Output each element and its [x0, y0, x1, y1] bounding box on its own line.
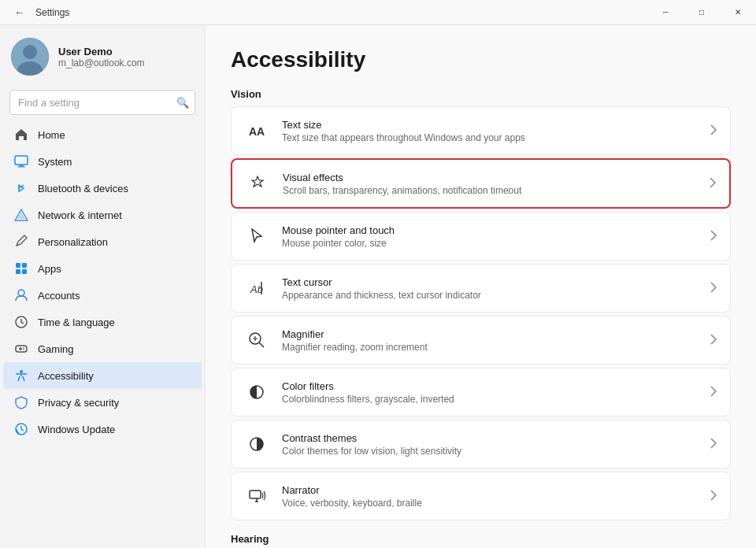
time-icon: [14, 315, 28, 329]
section-title-hearing: Hearing: [231, 533, 731, 545]
sidebar-item-time[interactable]: Time & language: [3, 309, 202, 335]
close-button[interactable]: ✕: [720, 0, 756, 25]
sidebar-item-label-system: System: [38, 156, 72, 168]
settings-row-title-text-cursor: Text cursor: [282, 276, 697, 288]
settings-row-title-text-size: Text size: [282, 119, 697, 131]
app-container: User Demo m_lab@outlook.com 🔍 HomeSystem…: [0, 25, 756, 548]
chevron-icon-mouse-pointer: [710, 229, 717, 244]
chevron-icon-text-cursor: [710, 281, 717, 296]
sidebar-item-system[interactable]: System: [3, 148, 202, 175]
personalization-icon: [14, 235, 28, 249]
network-icon: [14, 208, 28, 222]
sidebar-item-label-time: Time & language: [38, 317, 115, 328]
section-title-vision: Vision: [231, 88, 731, 100]
svg-point-1: [23, 45, 37, 59]
chevron-icon-color-filters: [710, 385, 717, 400]
back-button[interactable]: ←: [9, 3, 29, 21]
settings-row-desc-contrast-themes: Color themes for low vision, light sensi…: [282, 446, 697, 457]
user-info: User Demo m_lab@outlook.com: [58, 46, 145, 68]
settings-row-magnifier[interactable]: MagnifierMagnifier reading, zoom increme…: [232, 317, 730, 364]
titlebar-title: Settings: [35, 7, 69, 18]
settings-row-contrast-themes[interactable]: Contrast themesColor themes for low visi…: [232, 420, 730, 468]
titlebar: ← Settings ─ □ ✕: [0, 0, 756, 25]
sidebar-item-label-update: Windows Update: [38, 424, 115, 435]
avatar: [11, 38, 49, 76]
settings-group-text-size: AAText sizeText size that appears throug…: [231, 106, 731, 155]
accounts-icon: [14, 288, 28, 302]
settings-row-mouse-pointer[interactable]: Mouse pointer and touchMouse pointer col…: [232, 213, 730, 260]
svg-line-23: [259, 342, 264, 347]
sidebar-item-label-bluetooth: Bluetooth & devices: [38, 183, 128, 194]
settings-row-icon-magnifier: [244, 328, 269, 353]
section-vision: VisionAAText sizeText size that appears …: [231, 88, 731, 520]
settings-row-icon-contrast-themes: [244, 431, 269, 457]
settings-group-magnifier: MagnifierMagnifier reading, zoom increme…: [231, 316, 731, 365]
sidebar: User Demo m_lab@outlook.com 🔍 HomeSystem…: [0, 25, 205, 548]
settings-row-title-contrast-themes: Contrast themes: [282, 432, 697, 444]
page-title: Accessibility: [231, 47, 731, 72]
svg-rect-9: [22, 263, 27, 268]
titlebar-left: ← Settings: [9, 3, 69, 21]
search-input[interactable]: [9, 90, 195, 115]
svg-rect-10: [16, 269, 20, 274]
user-profile[interactable]: User Demo m_lab@outlook.com: [0, 25, 205, 87]
sidebar-item-label-home: Home: [38, 129, 65, 141]
main-content: Accessibility VisionAAText sizeText size…: [205, 25, 756, 548]
apps-icon: [14, 261, 28, 276]
maximize-button[interactable]: □: [684, 0, 720, 25]
sidebar-item-label-privacy: Privacy & security: [38, 397, 119, 409]
sidebar-item-bluetooth[interactable]: Bluetooth & devices: [3, 175, 202, 202]
chevron-icon-magnifier: [710, 333, 717, 348]
section-hearing: HearingAudioMono audio, audio notificati…: [231, 533, 731, 548]
system-icon: [14, 154, 28, 168]
settings-row-text-cursor[interactable]: AbText cursorAppearance and thickness, t…: [232, 265, 730, 312]
sidebar-item-label-gaming: Gaming: [38, 343, 74, 355]
user-name: User Demo: [58, 46, 145, 57]
accessibility-icon: [14, 368, 28, 383]
sidebar-item-privacy[interactable]: Privacy & security: [3, 389, 202, 416]
svg-rect-4: [19, 165, 24, 167]
settings-row-desc-color-filters: Colorblindness filters, grayscale, inver…: [282, 394, 697, 405]
sidebar-item-accounts[interactable]: Accounts: [3, 282, 202, 309]
settings-group-color-filters: Color filtersColorblindness filters, gra…: [231, 368, 731, 417]
sidebar-item-update[interactable]: Windows Update: [3, 416, 202, 442]
sidebar-item-label-apps: Apps: [38, 263, 61, 275]
sidebar-item-network[interactable]: Network & internet: [3, 202, 202, 228]
sidebar-item-accessibility[interactable]: Accessibility: [3, 362, 202, 389]
svg-text:AA: AA: [249, 125, 265, 138]
settings-row-desc-narrator: Voice, verbosity, keyboard, braille: [282, 498, 697, 509]
sidebar-item-label-personalization: Personalization: [38, 236, 108, 248]
settings-group-text-cursor: AbText cursorAppearance and thickness, t…: [231, 264, 731, 313]
settings-row-icon-color-filters: [244, 380, 269, 405]
chevron-icon-visual-effects: [709, 176, 717, 191]
settings-row-desc-mouse-pointer: Mouse pointer color, size: [282, 238, 697, 249]
svg-point-17: [20, 370, 23, 373]
sidebar-item-personalization[interactable]: Personalization: [3, 228, 202, 255]
settings-row-visual-effects[interactable]: Visual effectsScroll bars, transparency,…: [232, 160, 729, 207]
svg-rect-5: [17, 167, 25, 168]
bluetooth-icon: [14, 181, 28, 195]
sidebar-item-apps[interactable]: Apps: [3, 255, 202, 282]
settings-row-color-filters[interactable]: Color filtersColorblindness filters, gra…: [232, 368, 730, 416]
svg-point-16: [23, 349, 24, 350]
user-email: m_lab@outlook.com: [58, 57, 145, 68]
search-box: 🔍: [9, 90, 195, 115]
sidebar-item-gaming[interactable]: Gaming: [3, 335, 202, 362]
update-icon: [14, 422, 28, 436]
sidebar-item-label-network: Network & internet: [38, 209, 122, 221]
settings-row-desc-text-size: Text size that appears throughout Window…: [282, 132, 697, 143]
titlebar-buttons: ─ □ ✕: [647, 0, 756, 25]
sidebar-item-home[interactable]: Home: [3, 121, 202, 148]
settings-row-icon-text-size: AA: [244, 118, 269, 143]
settings-row-narrator[interactable]: NarratorVoice, verbosity, keyboard, brai…: [232, 472, 730, 520]
minimize-button[interactable]: ─: [647, 0, 684, 25]
settings-row-icon-mouse-pointer: [244, 224, 269, 249]
settings-row-title-visual-effects: Visual effects: [283, 172, 696, 183]
svg-rect-11: [22, 269, 27, 274]
sidebar-nav: HomeSystemBluetooth & devicesNetwork & i…: [0, 121, 205, 442]
settings-group-mouse-pointer: Mouse pointer and touchMouse pointer col…: [231, 212, 731, 261]
settings-row-text-size[interactable]: AAText sizeText size that appears throug…: [232, 107, 730, 154]
settings-group-contrast-themes: Contrast themesColor themes for low visi…: [231, 420, 731, 468]
settings-row-icon-text-cursor: Ab: [244, 276, 269, 301]
svg-point-12: [18, 290, 24, 296]
